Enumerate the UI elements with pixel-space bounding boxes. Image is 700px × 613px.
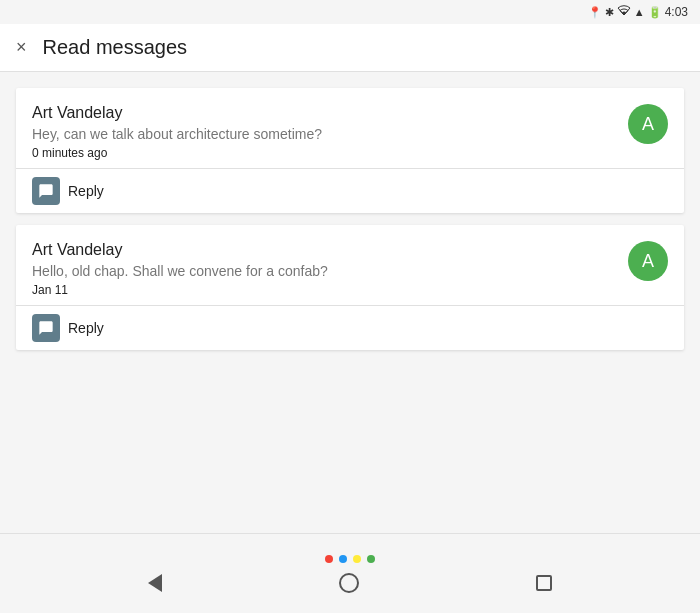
bluetooth-icon: ✱ (605, 6, 614, 19)
message-text-2: Hello, old chap. Shall we convene for a … (32, 263, 616, 279)
status-time: 4:03 (665, 5, 688, 19)
message-card-2: Art Vandelay Hello, old chap. Shall we c… (16, 225, 684, 350)
home-button[interactable] (339, 573, 359, 593)
phone-area: × Read messages Art Vandelay Hey, can we… (0, 24, 700, 613)
wifi-icon (617, 5, 631, 19)
close-button[interactable]: × (16, 37, 27, 58)
message-header-2: Art Vandelay Hello, old chap. Shall we c… (16, 225, 684, 305)
battery-icon: 🔋 (648, 6, 662, 19)
dock-dot-3 (367, 555, 375, 563)
dialog-header: × Read messages (0, 24, 700, 72)
message-card-1: Art Vandelay Hey, can we talk about arch… (16, 88, 684, 213)
back-icon (148, 574, 162, 592)
sender-name-2: Art Vandelay (32, 241, 616, 259)
dock-dot-1 (339, 555, 347, 563)
message-text-1: Hey, can we talk about architecture some… (32, 126, 616, 142)
message-time-2: Jan 11 (32, 283, 616, 297)
back-button[interactable] (148, 574, 162, 592)
recents-button[interactable] (536, 575, 552, 591)
nav-bar (0, 573, 700, 593)
reply-label-2[interactable]: Reply (68, 320, 104, 336)
dock-dots (325, 555, 375, 563)
dock-dot-2 (353, 555, 361, 563)
home-icon (339, 573, 359, 593)
sender-info-2: Art Vandelay Hello, old chap. Shall we c… (32, 241, 616, 297)
message-time-1: 0 minutes ago (32, 146, 616, 160)
status-icons: 📍 ✱ ▲ 🔋 4:03 (588, 5, 688, 19)
signal-icon: ▲ (634, 6, 645, 18)
reply-icon-2[interactable] (32, 314, 60, 342)
dialog-title: Read messages (43, 36, 188, 59)
message-actions-1: Reply (16, 168, 684, 213)
reply-icon-1[interactable] (32, 177, 60, 205)
sender-info-1: Art Vandelay Hey, can we talk about arch… (32, 104, 616, 160)
status-bar: 📍 ✱ ▲ 🔋 4:03 (0, 0, 700, 24)
message-actions-2: Reply (16, 305, 684, 350)
recents-icon (536, 575, 552, 591)
location-icon: 📍 (588, 6, 602, 19)
bottom-dock (0, 533, 700, 613)
avatar-2: A (628, 241, 668, 281)
messages-content: Art Vandelay Hey, can we talk about arch… (0, 72, 700, 533)
reply-label-1[interactable]: Reply (68, 183, 104, 199)
sender-name-1: Art Vandelay (32, 104, 616, 122)
dock-dot-0 (325, 555, 333, 563)
avatar-1: A (628, 104, 668, 144)
message-header-1: Art Vandelay Hey, can we talk about arch… (16, 88, 684, 168)
